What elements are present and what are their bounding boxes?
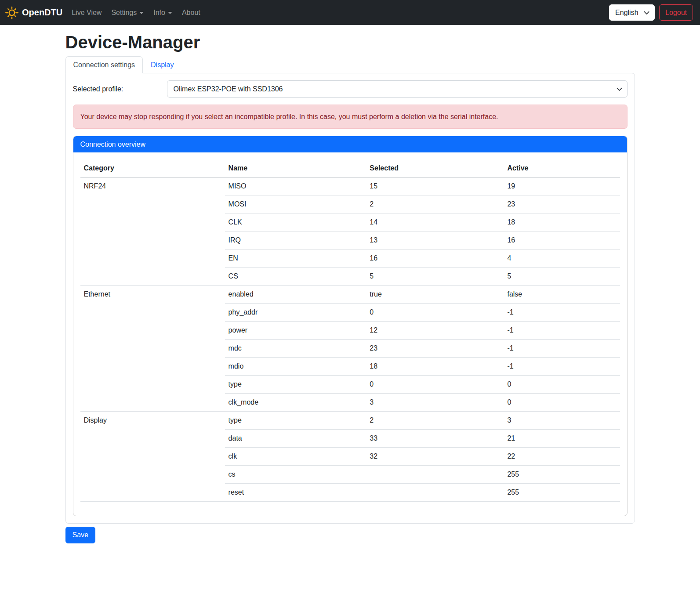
logout-button[interactable]: Logout [659,4,693,21]
name-cell: mdio [225,358,366,376]
category-cell: Display [80,412,225,502]
connection-overview-table: CategoryNameSelectedActive NRF24MISO1519… [80,159,620,502]
tab-display[interactable]: Display [143,56,181,73]
brand-link[interactable]: OpenDTU [5,6,62,19]
selected-cell: 23 [366,340,504,358]
active-cell: 18 [504,213,620,232]
name-cell: MOSI [225,195,366,213]
language-select-wrap: English [609,4,655,21]
name-cell: CLK [225,213,366,232]
active-cell: -1 [504,358,620,376]
save-button[interactable]: Save [65,527,95,543]
name-cell: IRQ [225,232,366,250]
selected-cell: 2 [366,412,504,430]
selected-cell: 13 [366,232,504,250]
active-cell: 21 [504,430,620,448]
selected-cell: 0 [366,304,504,322]
name-cell: CS [225,268,366,286]
selected-cell: 32 [366,448,504,466]
selected-cell: true [366,286,504,304]
selected-cell: 12 [366,322,504,340]
selected-cell [366,466,504,484]
column-header-selected: Selected [366,159,504,177]
category-cell: Ethernet [80,286,225,412]
connection-overview-card: Connection overview CategoryNameSelected… [73,136,627,516]
main-content: Device-Manager Connection settingsDispla… [60,33,640,543]
language-select[interactable]: English [609,4,655,21]
active-cell: 255 [504,466,620,484]
active-cell: -1 [504,340,620,358]
caret-down-icon [168,12,172,14]
profile-row: Selected profile: Olimex ESP32-POE with … [73,80,627,98]
nav-item-live-view[interactable]: Live View [67,5,106,20]
name-cell: reset [225,484,366,502]
name-cell: cs [225,466,366,484]
active-cell: 23 [504,195,620,213]
selected-cell: 14 [366,213,504,232]
navbar: OpenDTU Live ViewSettingsInfoAbout Engli… [0,0,700,25]
active-cell: 255 [504,484,620,502]
selected-cell: 3 [366,394,504,412]
column-header-category: Category [80,159,225,177]
overview-body: NRF24MISO1519MOSI223CLK1418IRQ1316EN164C… [80,177,620,502]
active-cell: 19 [504,177,620,195]
selected-cell: 0 [366,376,504,394]
active-cell: 22 [504,448,620,466]
incompatible-profile-alert: Your device may stop responding if you s… [73,105,627,129]
profile-select-wrap: Olimex ESP32-POE with SSD1306 [167,80,627,98]
name-cell: power [225,322,366,340]
name-cell: MISO [225,177,366,195]
active-cell: 0 [504,394,620,412]
nav-item-settings[interactable]: Settings [106,5,149,20]
name-cell: clk [225,448,366,466]
page-title: Device-Manager [65,33,635,52]
active-cell: 16 [504,232,620,250]
name-cell: type [225,376,366,394]
active-cell: 5 [504,268,620,286]
caret-down-icon [139,12,144,14]
selected-cell: 33 [366,430,504,448]
column-header-name: Name [225,159,366,177]
name-cell: mdc [225,340,366,358]
name-cell: phy_addr [225,304,366,322]
profile-label: Selected profile: [73,85,167,93]
nav-item-info[interactable]: Info [149,5,177,20]
table-row: NRF24MISO1519 [80,177,620,195]
selected-cell: 5 [366,268,504,286]
name-cell: enabled [225,286,366,304]
connection-settings-panel: Selected profile: Olimex ESP32-POE with … [65,73,635,524]
overview-head-row: CategoryNameSelectedActive [80,159,620,177]
selected-cell: 15 [366,177,504,195]
profile-select[interactable]: Olimex ESP32-POE with SSD1306 [167,80,627,98]
sun-icon [5,6,18,19]
table-row: Displaytype23 [80,412,620,430]
active-cell: false [504,286,620,304]
column-header-active: Active [504,159,620,177]
name-cell: clk_mode [225,394,366,412]
category-cell: NRF24 [80,177,225,286]
brand-label: OpenDTU [22,7,62,18]
active-cell: -1 [504,322,620,340]
tab-connection-settings[interactable]: Connection settings [65,56,143,73]
selected-cell: 2 [366,195,504,213]
active-cell: 3 [504,412,620,430]
nav-item-about[interactable]: About [177,5,205,20]
active-cell: 4 [504,250,620,268]
card-body: CategoryNameSelectedActive NRF24MISO1519… [73,152,627,516]
name-cell: type [225,412,366,430]
selected-cell [366,484,504,502]
name-cell: EN [225,250,366,268]
active-cell: -1 [504,304,620,322]
navbar-links: Live ViewSettingsInfoAbout [67,5,205,20]
navbar-right: English Logout [609,4,693,21]
selected-cell: 18 [366,358,504,376]
name-cell: data [225,430,366,448]
tabs: Connection settingsDisplay [65,56,635,73]
selected-cell: 16 [366,250,504,268]
card-header: Connection overview [73,136,627,152]
active-cell: 0 [504,376,620,394]
table-row: Ethernetenabledtruefalse [80,286,620,304]
